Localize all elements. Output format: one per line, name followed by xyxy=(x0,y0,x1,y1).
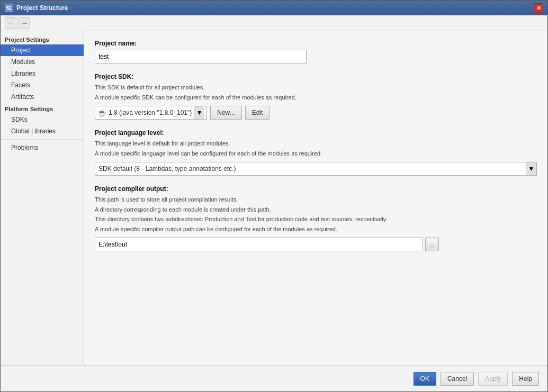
title-bar: 🏗 Project Structure ✕ xyxy=(1,1,547,15)
window-icon: 🏗 xyxy=(5,4,13,12)
sdk-dropdown-text: 1.8 (java version "1.8.0_101") xyxy=(109,109,192,116)
project-name-group: Project name: xyxy=(95,40,537,63)
sidebar-item-artifacts[interactable]: Artifacts xyxy=(1,91,84,103)
project-lang-group: Project language level: This language le… xyxy=(95,129,537,176)
content-area: Project Settings Project Modules Librari… xyxy=(1,31,547,365)
project-settings-section-label: Project Settings xyxy=(1,33,84,44)
project-sdk-group: Project SDK: This SDK is default for all… xyxy=(95,73,537,120)
compiler-output-input[interactable] xyxy=(95,238,423,251)
lang-dropdown-arrow[interactable]: ▼ xyxy=(526,162,536,175)
sidebar-item-libraries[interactable]: Libraries xyxy=(1,68,84,79)
apply-button[interactable]: Apply xyxy=(478,372,508,386)
project-name-input[interactable] xyxy=(95,50,307,63)
window-title: Project Structure xyxy=(16,4,68,12)
sdk-java-icon: ☕ xyxy=(97,108,106,117)
compiler-desc3: This directory contains two subdirectori… xyxy=(95,215,537,224)
compiler-desc4: A module specific compiler output path c… xyxy=(95,225,537,234)
sidebar-item-problems[interactable]: Problems xyxy=(1,142,84,153)
lang-dropdown-text: SDK default (8 - Lambdas, type annotatio… xyxy=(98,165,524,172)
sidebar-item-modules[interactable]: Modules xyxy=(1,56,84,68)
project-name-label: Project name: xyxy=(95,40,537,47)
forward-button[interactable]: → xyxy=(19,17,30,29)
sidebar-item-global-libraries[interactable]: Global Libraries xyxy=(1,125,84,137)
sdk-dropdown-arrow[interactable]: ▼ xyxy=(194,106,204,119)
sidebar-divider xyxy=(1,139,84,140)
sdk-label: Project SDK: xyxy=(95,73,537,80)
compiler-output-group: Project compiler output: This path is us… xyxy=(95,185,537,251)
compiler-desc2: A directory corresponding to each module… xyxy=(95,205,537,214)
toolbar: ← → xyxy=(1,15,547,31)
compiler-browse-button[interactable]: ... xyxy=(425,238,439,251)
back-button[interactable]: ← xyxy=(5,17,16,29)
compiler-label: Project compiler output: xyxy=(95,185,537,193)
main-panel: Project name: Project SDK: This SDK is d… xyxy=(84,31,547,365)
lang-dropdown[interactable]: SDK default (8 - Lambdas, type annotatio… xyxy=(95,162,537,176)
bottom-bar: OK Cancel Apply Help xyxy=(1,365,547,391)
help-button[interactable]: Help xyxy=(512,372,539,386)
lang-desc1: This language level is default for all p… xyxy=(95,139,537,148)
close-button[interactable]: ✕ xyxy=(534,3,543,13)
ok-button[interactable]: OK xyxy=(414,372,436,386)
compiler-row: ... xyxy=(95,238,537,251)
lang-label: Project language level: xyxy=(95,129,537,136)
title-bar-left: 🏗 Project Structure xyxy=(5,4,68,12)
sdk-dropdown[interactable]: ☕ 1.8 (java version "1.8.0_101") ▼ xyxy=(95,106,207,120)
sdk-row: ☕ 1.8 (java version "1.8.0_101") ▼ New..… xyxy=(95,106,537,120)
sidebar: Project Settings Project Modules Librari… xyxy=(1,31,84,365)
sdk-edit-button[interactable]: Edit xyxy=(245,106,270,120)
platform-settings-section-label: Platform Settings xyxy=(1,103,84,114)
compiler-desc1: This path is used to store all project c… xyxy=(95,195,537,204)
sidebar-item-facets[interactable]: Facets xyxy=(1,79,84,91)
sdk-new-button[interactable]: New... xyxy=(210,106,241,120)
sdk-desc2: A module specific SDK can be configured … xyxy=(95,93,537,102)
sdk-desc1: This SDK is default for all project modu… xyxy=(95,83,537,92)
cancel-button[interactable]: Cancel xyxy=(441,372,474,386)
sidebar-item-project[interactable]: Project xyxy=(1,44,84,56)
sidebar-item-sdks[interactable]: SDKs xyxy=(1,114,84,125)
lang-desc2: A module specific language level can be … xyxy=(95,149,537,158)
main-window: 🏗 Project Structure ✕ ← → Project Settin… xyxy=(0,0,548,392)
